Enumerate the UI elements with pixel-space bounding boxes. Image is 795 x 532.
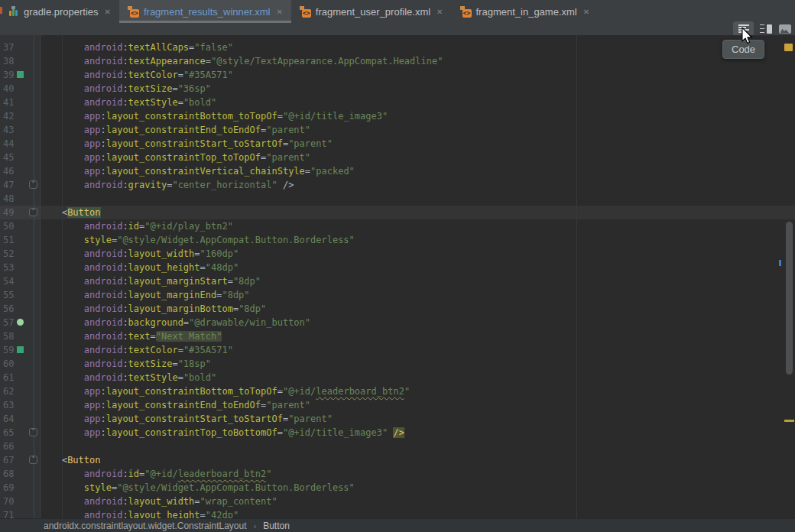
code-text: style="@style/Widget.AppCompat.Button.Bo…: [40, 233, 795, 247]
tab-close-icon[interactable]: ✕: [105, 8, 111, 16]
line-number: 64: [0, 412, 15, 426]
line-number: 56: [0, 302, 15, 316]
code-line[interactable]: 59 android:textColor="#35A571": [0, 343, 795, 357]
tab-close-icon[interactable]: ✕: [436, 8, 443, 16]
code-line[interactable]: 44 app:layout_constraintStart_toStartOf=…: [0, 137, 795, 151]
breadcrumb-item[interactable]: Button: [263, 521, 290, 531]
code-line[interactable]: 46 app:layout_constraintVertical_chainSt…: [0, 164, 795, 178]
code-line[interactable]: 64 app:layout_constraintStart_toStartOf=…: [0, 412, 795, 426]
code-line[interactable]: 51 style="@style/Widget.AppCompat.Button…: [0, 233, 795, 247]
line-number: 39: [0, 68, 15, 82]
code-line[interactable]: 43 app:layout_constraintEnd_toEndOf="par…: [0, 123, 795, 137]
code-text: android:text="Next Match": [40, 329, 795, 343]
code-line[interactable]: 61 android:textStyle="bold": [0, 371, 795, 384]
code-line[interactable]: 47˄ android:gravity="center_horizontal" …: [0, 178, 795, 192]
code-text: android:layout_width="wrap_content": [40, 495, 795, 508]
gutter-icon-slot: [15, 481, 28, 495]
line-number: 57: [0, 316, 15, 329]
inspections-marker[interactable]: [784, 44, 793, 51]
line-number: 48: [0, 192, 15, 206]
code-line[interactable]: 52 android:layout_width="160dp": [0, 247, 795, 261]
code-line[interactable]: 58 android:text="Next Match": [0, 329, 795, 343]
code-line[interactable]: 60 android:textSize="18sp": [0, 357, 795, 371]
code-line[interactable]: 54 android:layout_marginStart="8dp": [0, 274, 795, 288]
code-line[interactable]: 63 app:layout_constraintEnd_toEndOf="par…: [0, 398, 795, 412]
gutter-icon-slot: [15, 371, 28, 384]
editor-tab[interactable]: <>fragment_user_profile.xml✕: [291, 0, 452, 23]
code-line[interactable]: 65˄ app:layout_constraintTop_toBottomOf=…: [0, 426, 795, 440]
code-text: android:layout_width="160dp": [40, 247, 795, 261]
tab-close-icon[interactable]: ✕: [583, 8, 589, 16]
fold-column: [28, 68, 40, 82]
code-text: app:layout_constraintTop_toTopOf="parent…: [40, 151, 795, 164]
gutter-icon-slot: [15, 137, 28, 151]
code-line[interactable]: 48: [0, 192, 795, 206]
vertical-scrollbar-thumb[interactable]: [786, 222, 793, 375]
code-line[interactable]: 69 style="@style/Widget.AppCompat.Button…: [0, 481, 795, 495]
gutter-icon-slot: [15, 96, 28, 109]
error-stripe-warning-mark[interactable]: [784, 420, 794, 422]
code-line[interactable]: 62 app:layout_constraintBottom_toTopOf="…: [0, 384, 795, 398]
code-line[interactable]: 53 android:layout_height="48dp": [0, 261, 795, 274]
code-line[interactable]: 38 android:textAppearance="@style/TextAp…: [0, 54, 795, 68]
gutter-icon-slot: [15, 274, 28, 288]
code-line[interactable]: 42 app:layout_constraintBottom_toTopOf="…: [0, 109, 795, 123]
code-line[interactable]: 39 android:textColor="#35A571": [0, 68, 795, 82]
tab-label: fragment_in_game.xml: [476, 6, 577, 18]
fold-column: [28, 164, 40, 178]
color-swatch-icon[interactable]: [17, 71, 24, 78]
editor-tab-bar: gradle.properties✕<>fragment_results_win…: [0, 0, 795, 23]
fold-end-icon[interactable]: ˄: [29, 180, 37, 189]
editor-tab[interactable]: <>fragment_results_winner.xml✕: [119, 0, 291, 23]
design-view-icon: [779, 24, 791, 34]
editor-tab[interactable]: gradle.properties✕: [0, 0, 119, 23]
code-line[interactable]: 50 android:id="@+id/play_btn2": [0, 219, 795, 233]
line-number: 66: [0, 440, 15, 453]
code-text: <Button: [40, 206, 795, 219]
tab-close-icon[interactable]: ✕: [276, 8, 282, 16]
fold-start-icon[interactable]: ˅: [29, 208, 37, 216]
fold-column: [28, 219, 40, 233]
gutter-icon-slot: [15, 178, 28, 192]
drawable-preview-icon[interactable]: [17, 319, 24, 326]
code-line[interactable]: 56 android:layout_marginBottom="8dp": [0, 302, 795, 316]
code-line[interactable]: 67˅ <Button: [0, 453, 795, 467]
gutter-icon-slot: [15, 54, 28, 68]
code-line[interactable]: 55 android:layout_marginEnd="8dp": [0, 288, 795, 302]
error-stripe-changed-mark[interactable]: [779, 260, 781, 266]
gutter-icon-slot: [15, 233, 28, 247]
code-line[interactable]: 66: [0, 440, 795, 453]
code-text: [40, 192, 795, 206]
code-line[interactable]: 41 android:textStyle="bold": [0, 96, 795, 109]
editor-tab[interactable]: <>fragment_in_game.xml✕: [452, 0, 599, 23]
code-text: app:layout_constraintEnd_toEndOf="parent…: [40, 398, 795, 412]
split-view-button[interactable]: [757, 21, 774, 36]
line-number: 44: [0, 137, 15, 151]
code-line[interactable]: 71 android:layout_height="42dp": [0, 508, 795, 518]
code-line[interactable]: 68 android:id="@+id/leaderboard_btn2": [0, 467, 795, 481]
design-view-button[interactable]: [776, 21, 793, 36]
line-number: 67: [0, 453, 15, 467]
breadcrumb-item[interactable]: androidx.constraintlayout.widget.Constra…: [44, 521, 247, 531]
code-line[interactable]: 70 android:layout_width="wrap_content": [0, 495, 795, 508]
code-editor[interactable]: 37 android:textAllCaps="false"38 android…: [0, 35, 795, 518]
code-line[interactable]: 37 android:textAllCaps="false": [0, 41, 795, 54]
color-swatch-icon[interactable]: [17, 346, 24, 353]
line-number: 53: [0, 261, 15, 274]
fold-column: [28, 329, 40, 343]
gutter-icon-slot: [15, 508, 28, 518]
fold-column: ˅: [28, 453, 40, 467]
gutter-icon-slot: [15, 495, 28, 508]
fold-column: [28, 412, 40, 426]
code-text: android:textAllCaps="false": [40, 41, 795, 54]
fold-column: [28, 192, 40, 206]
code-line[interactable]: 45 app:layout_constraintTop_toTopOf="par…: [0, 151, 795, 164]
fold-start-icon[interactable]: ˅: [29, 456, 37, 464]
line-number: 65: [0, 426, 15, 440]
code-line[interactable]: 49˅ <Button: [0, 206, 795, 219]
code-line[interactable]: 40 android:textSize="36sp": [0, 82, 795, 96]
fold-end-icon[interactable]: ˄: [29, 428, 37, 436]
gutter-icon-slot: [15, 151, 28, 164]
code-line[interactable]: 57 android:background="@drawable/win_but…: [0, 316, 795, 329]
line-number: 58: [0, 329, 15, 343]
